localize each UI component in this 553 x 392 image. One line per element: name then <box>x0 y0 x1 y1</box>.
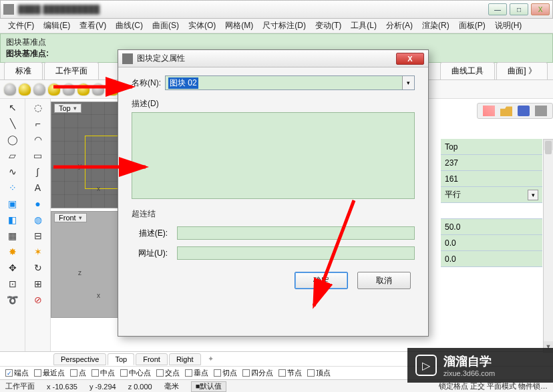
dialog-close-button[interactable]: X <box>396 53 424 65</box>
menu-mesh[interactable]: 网格(M) <box>221 19 257 33</box>
prop-row: 0.0 <box>441 235 542 251</box>
window-titlebar: ████ ██████████ — □ X <box>0 0 553 19</box>
tab-surface-tools[interactable]: 曲面] 》 <box>496 62 548 79</box>
axis-x-label: x <box>97 185 100 192</box>
menu-transform[interactable]: 变动(T) <box>311 19 345 33</box>
osnap-point[interactable]: 点 <box>70 368 86 378</box>
viewport-front-label[interactable]: Front <box>54 213 87 222</box>
dialog-title: 图块定义属性 <box>137 53 396 64</box>
prop-value: Top <box>445 142 457 152</box>
link-url-input[interactable] <box>177 246 415 260</box>
vtab-right[interactable]: Right <box>169 353 201 365</box>
add-viewport-button[interactable]: ✦ <box>202 353 219 365</box>
save-icon[interactable] <box>518 106 530 116</box>
tab-cplane[interactable]: 工作平面 <box>44 62 99 79</box>
viewport-top-label[interactable]: Top <box>54 104 81 113</box>
star-icon[interactable]: ✸ <box>7 246 19 258</box>
polygon-icon[interactable]: ▱ <box>7 150 19 162</box>
array-icon[interactable]: ⊞ <box>32 278 44 290</box>
menu-solid[interactable]: 实体(O) <box>184 19 220 33</box>
rotate-icon[interactable]: ↻ <box>32 262 44 274</box>
chevron-down-icon[interactable]: ▾ <box>528 190 538 200</box>
curve2-icon[interactable]: ∫ <box>32 166 44 178</box>
menu-help[interactable]: 说明(H) <box>491 19 526 33</box>
menu-tools[interactable]: 工具(L) <box>347 19 381 33</box>
box-icon[interactable]: ▣ <box>7 198 19 210</box>
group-icon[interactable]: ⊡ <box>7 278 19 290</box>
link-description-input[interactable] <box>177 226 415 240</box>
cancel-button[interactable]: 取消 <box>357 272 411 289</box>
osnap-end[interactable]: ✓端点 <box>5 368 29 378</box>
move-icon[interactable]: ✥ <box>7 262 19 274</box>
tab-standard[interactable]: 标准 <box>4 62 43 79</box>
vtab-front[interactable]: Front <box>136 353 168 365</box>
dropdown-icon[interactable] <box>535 106 547 116</box>
points-icon[interactable]: ⁘ <box>7 182 19 194</box>
menu-dimension[interactable]: 尺寸标注(D) <box>258 19 310 33</box>
arc-icon[interactable]: ◠ <box>32 134 44 146</box>
cube-icon[interactable]: ◧ <box>7 214 19 226</box>
mesh-icon[interactable]: ▦ <box>7 230 19 242</box>
osnap-tan[interactable]: 切点 <box>214 368 237 378</box>
polyline-icon[interactable]: ⌐ <box>32 118 44 130</box>
spiral-icon[interactable]: ➰ <box>7 294 19 306</box>
vtab-perspective[interactable]: Perspective <box>53 353 106 365</box>
osnap-vertex[interactable]: 顶点 <box>307 368 331 378</box>
bulb-icon[interactable] <box>19 83 31 95</box>
dialog-titlebar[interactable]: 图块定义属性 X <box>118 50 428 67</box>
menu-panels[interactable]: 面板(P) <box>455 19 490 33</box>
osnap-perp[interactable]: 垂点 <box>185 368 208 378</box>
menu-file[interactable]: 文件(F) <box>4 19 38 33</box>
bulb-icon[interactable] <box>92 83 104 95</box>
wand-icon[interactable] <box>483 106 495 116</box>
osnap-mid[interactable]: 中点 <box>91 368 115 378</box>
desc-field-label: 描述(E): <box>132 228 172 239</box>
circle-icon[interactable]: ◯ <box>7 134 19 146</box>
bulb-icon[interactable] <box>4 83 16 95</box>
play-icon: ▷ <box>415 355 437 376</box>
rect-icon[interactable]: ▭ <box>32 150 44 162</box>
osnap-center[interactable]: 中心点 <box>120 368 151 378</box>
text-icon[interactable]: A <box>32 182 44 194</box>
vtab-top[interactable]: Top <box>108 353 134 365</box>
osnap-int[interactable]: 交点 <box>156 368 180 378</box>
window-close-button[interactable]: X <box>531 3 550 15</box>
pointer-icon[interactable]: ↖ <box>7 102 19 114</box>
line-icon[interactable]: ╲ <box>7 118 19 130</box>
dim-icon[interactable]: ⊟ <box>32 230 44 242</box>
menu-view[interactable]: 查看(V) <box>75 19 110 33</box>
scroll-thumb[interactable] <box>545 141 552 154</box>
lasso-icon[interactable]: ◌ <box>32 102 44 114</box>
bulb-icon[interactable] <box>33 83 45 95</box>
cylinder-icon[interactable]: ◍ <box>32 214 44 226</box>
chevron-down-icon[interactable]: ▾ <box>402 76 414 89</box>
description-textarea[interactable] <box>132 112 415 199</box>
name-input[interactable]: 图块 02 ▾ <box>165 75 415 90</box>
sphere-icon[interactable]: ● <box>32 198 44 210</box>
bulb-icon[interactable] <box>63 83 75 95</box>
delete-icon[interactable]: ⊘ <box>32 294 44 306</box>
menu-edit[interactable]: 编辑(E) <box>39 19 74 33</box>
minimize-button[interactable]: — <box>488 3 507 15</box>
curve-icon[interactable]: ∿ <box>7 166 19 178</box>
menu-render[interactable]: 渲染(R) <box>418 19 453 33</box>
scrollbar[interactable]: ▲ ▼ <box>543 139 553 353</box>
explode-icon[interactable]: ✶ <box>32 246 44 258</box>
prop-row: 237 <box>441 155 542 171</box>
status-layer[interactable]: ■默认值 <box>191 381 227 392</box>
status-modes[interactable]: 锁定格点 正交 平面模式 物件锁… <box>439 381 548 391</box>
ok-button[interactable]: 确定 <box>295 272 348 289</box>
menu-analyze[interactable]: 分析(A) <box>382 19 417 33</box>
tab-curve-tools[interactable]: 曲线工具 <box>440 62 495 79</box>
folder-icon[interactable] <box>500 106 512 116</box>
osnap-near[interactable]: 最近点 <box>34 368 65 378</box>
menu-curve[interactable]: 曲线(C) <box>112 19 147 33</box>
maximize-button[interactable]: □ <box>510 3 528 15</box>
osnap-knot[interactable]: 节点 <box>279 368 302 378</box>
bulb-icon[interactable] <box>48 83 60 95</box>
description-label: 描述(D) <box>132 98 415 110</box>
bulb-icon[interactable] <box>77 83 89 95</box>
menu-surface[interactable]: 曲面(S) <box>148 19 183 33</box>
osnap-quad[interactable]: 四分点 <box>242 368 273 378</box>
name-value: 图块 02 <box>168 77 198 89</box>
